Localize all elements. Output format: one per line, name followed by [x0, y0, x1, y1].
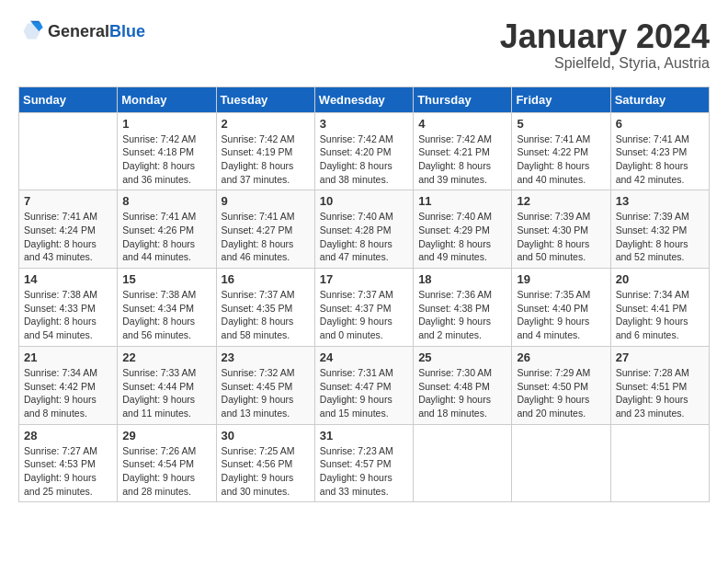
day-header-tuesday: Tuesday [216, 86, 314, 112]
calendar-cell [512, 424, 610, 502]
calendar-cell: 1Sunrise: 7:42 AMSunset: 4:18 PMDaylight… [118, 112, 216, 190]
day-info: Sunrise: 7:27 AMSunset: 4:53 PMDaylight:… [24, 444, 112, 499]
day-number: 4 [418, 117, 506, 131]
calendar-week-2: 7Sunrise: 7:41 AMSunset: 4:24 PMDaylight… [19, 190, 710, 269]
day-info: Sunrise: 7:42 AMSunset: 4:19 PMDaylight:… [222, 132, 310, 187]
calendar-cell: 3Sunrise: 7:42 AMSunset: 4:20 PMDaylight… [314, 112, 413, 190]
calendar-week-1: 1Sunrise: 7:42 AMSunset: 4:18 PMDaylight… [19, 112, 710, 190]
day-header-friday: Friday [512, 86, 610, 112]
day-info: Sunrise: 7:26 AMSunset: 4:54 PMDaylight:… [122, 444, 210, 499]
calendar-cell: 24Sunrise: 7:31 AMSunset: 4:47 PMDayligh… [314, 346, 413, 424]
day-number: 10 [320, 194, 408, 208]
day-number: 1 [122, 117, 210, 131]
calendar-cell: 2Sunrise: 7:42 AMSunset: 4:19 PMDaylight… [216, 112, 314, 190]
calendar-week-3: 14Sunrise: 7:38 AMSunset: 4:33 PMDayligh… [19, 269, 710, 347]
calendar-cell: 27Sunrise: 7:28 AMSunset: 4:51 PMDayligh… [610, 346, 709, 424]
day-number: 31 [320, 429, 408, 442]
day-number: 12 [517, 194, 605, 208]
calendar-cell: 29Sunrise: 7:26 AMSunset: 4:54 PMDayligh… [118, 424, 216, 502]
header-row: SundayMondayTuesdayWednesdayThursdayFrid… [19, 86, 710, 112]
day-info: Sunrise: 7:37 AMSunset: 4:37 PMDaylight:… [320, 288, 408, 342]
day-number: 20 [616, 272, 704, 286]
day-number: 28 [24, 429, 112, 442]
day-info: Sunrise: 7:28 AMSunset: 4:51 PMDaylight:… [616, 366, 704, 420]
calendar-cell: 15Sunrise: 7:38 AMSunset: 4:34 PMDayligh… [118, 269, 216, 347]
calendar-cell: 19Sunrise: 7:35 AMSunset: 4:40 PMDayligh… [512, 269, 610, 347]
calendar-week-5: 28Sunrise: 7:27 AMSunset: 4:53 PMDayligh… [19, 424, 710, 502]
day-number: 17 [320, 272, 408, 286]
calendar-cell: 28Sunrise: 7:27 AMSunset: 4:53 PMDayligh… [19, 424, 118, 502]
day-number: 27 [616, 350, 704, 364]
day-number: 29 [122, 429, 210, 442]
calendar-cell: 7Sunrise: 7:41 AMSunset: 4:24 PMDaylight… [19, 190, 118, 269]
day-number: 2 [222, 117, 310, 131]
calendar-cell [19, 112, 118, 190]
day-number: 7 [24, 194, 112, 208]
day-info: Sunrise: 7:25 AMSunset: 4:56 PMDaylight:… [222, 444, 310, 499]
calendar-cell: 22Sunrise: 7:33 AMSunset: 4:44 PMDayligh… [118, 346, 216, 424]
day-number: 15 [122, 272, 210, 286]
day-number: 19 [517, 272, 605, 286]
day-info: Sunrise: 7:35 AMSunset: 4:40 PMDaylight:… [517, 288, 605, 342]
calendar-cell: 25Sunrise: 7:30 AMSunset: 4:48 PMDayligh… [414, 346, 512, 424]
calendar-cell: 8Sunrise: 7:41 AMSunset: 4:26 PMDaylight… [118, 190, 216, 269]
calendar-cell: 5Sunrise: 7:41 AMSunset: 4:22 PMDaylight… [512, 112, 610, 190]
calendar-cell: 23Sunrise: 7:32 AMSunset: 4:45 PMDayligh… [216, 346, 314, 424]
title-area: January 2024 Spielfeld, Styria, Austria [500, 18, 710, 72]
day-info: Sunrise: 7:39 AMSunset: 4:30 PMDaylight:… [517, 210, 605, 264]
calendar-cell: 21Sunrise: 7:34 AMSunset: 4:42 PMDayligh… [19, 346, 118, 424]
day-info: Sunrise: 7:40 AMSunset: 4:29 PMDaylight:… [418, 210, 506, 264]
day-info: Sunrise: 7:38 AMSunset: 4:33 PMDaylight:… [24, 288, 112, 342]
day-info: Sunrise: 7:32 AMSunset: 4:45 PMDaylight:… [222, 366, 310, 420]
day-number: 8 [122, 194, 210, 208]
calendar-cell [414, 424, 512, 502]
day-info: Sunrise: 7:37 AMSunset: 4:35 PMDaylight:… [222, 288, 310, 342]
day-number: 22 [122, 350, 210, 364]
day-info: Sunrise: 7:29 AMSunset: 4:50 PMDaylight:… [517, 366, 605, 420]
day-info: Sunrise: 7:30 AMSunset: 4:48 PMDaylight:… [418, 366, 506, 420]
calendar-table: SundayMondayTuesdayWednesdayThursdayFrid… [18, 86, 710, 503]
day-info: Sunrise: 7:36 AMSunset: 4:38 PMDaylight:… [418, 288, 506, 342]
calendar-cell: 17Sunrise: 7:37 AMSunset: 4:37 PMDayligh… [314, 269, 413, 347]
subtitle: Spielfeld, Styria, Austria [500, 55, 710, 72]
day-number: 9 [222, 194, 310, 208]
day-number: 25 [418, 350, 506, 364]
day-info: Sunrise: 7:38 AMSunset: 4:34 PMDaylight:… [122, 288, 210, 342]
day-info: Sunrise: 7:39 AMSunset: 4:32 PMDaylight:… [616, 210, 704, 264]
day-number: 3 [320, 117, 408, 131]
day-info: Sunrise: 7:23 AMSunset: 4:57 PMDaylight:… [320, 444, 408, 499]
day-number: 14 [24, 272, 112, 286]
day-info: Sunrise: 7:41 AMSunset: 4:27 PMDaylight:… [222, 210, 310, 264]
main-title: January 2024 [500, 18, 710, 55]
day-info: Sunrise: 7:42 AMSunset: 4:21 PMDaylight:… [418, 132, 506, 187]
day-info: Sunrise: 7:42 AMSunset: 4:18 PMDaylight:… [122, 132, 210, 187]
logo-blue-text: Blue [109, 22, 145, 40]
calendar-body: 1Sunrise: 7:42 AMSunset: 4:18 PMDaylight… [19, 112, 710, 502]
day-info: Sunrise: 7:33 AMSunset: 4:44 PMDaylight:… [122, 366, 210, 420]
day-number: 5 [517, 117, 605, 131]
day-number: 11 [418, 194, 506, 208]
calendar-cell: 6Sunrise: 7:41 AMSunset: 4:23 PMDaylight… [610, 112, 709, 190]
day-info: Sunrise: 7:31 AMSunset: 4:47 PMDaylight:… [320, 366, 408, 420]
day-header-thursday: Thursday [414, 86, 512, 112]
calendar-cell: 16Sunrise: 7:37 AMSunset: 4:35 PMDayligh… [216, 269, 314, 347]
logo-icon [18, 18, 44, 44]
calendar-cell: 20Sunrise: 7:34 AMSunset: 4:41 PMDayligh… [610, 269, 709, 347]
calendar-cell: 4Sunrise: 7:42 AMSunset: 4:21 PMDaylight… [414, 112, 512, 190]
calendar-cell: 14Sunrise: 7:38 AMSunset: 4:33 PMDayligh… [19, 269, 118, 347]
calendar-cell: 12Sunrise: 7:39 AMSunset: 4:30 PMDayligh… [512, 190, 610, 269]
calendar-cell: 18Sunrise: 7:36 AMSunset: 4:38 PMDayligh… [414, 269, 512, 347]
day-info: Sunrise: 7:41 AMSunset: 4:23 PMDaylight:… [616, 132, 704, 187]
calendar-cell: 9Sunrise: 7:41 AMSunset: 4:27 PMDaylight… [216, 190, 314, 269]
calendar-cell: 10Sunrise: 7:40 AMSunset: 4:28 PMDayligh… [314, 190, 413, 269]
day-number: 6 [616, 117, 704, 131]
day-header-wednesday: Wednesday [314, 86, 413, 112]
day-number: 26 [517, 350, 605, 364]
day-info: Sunrise: 7:34 AMSunset: 4:41 PMDaylight:… [616, 288, 704, 342]
logo-general-text: General [48, 22, 109, 40]
day-header-sunday: Sunday [19, 86, 118, 112]
day-info: Sunrise: 7:41 AMSunset: 4:24 PMDaylight:… [24, 210, 112, 264]
day-info: Sunrise: 7:40 AMSunset: 4:28 PMDaylight:… [320, 210, 408, 264]
logo: GeneralBlue [18, 18, 145, 44]
day-number: 24 [320, 350, 408, 364]
